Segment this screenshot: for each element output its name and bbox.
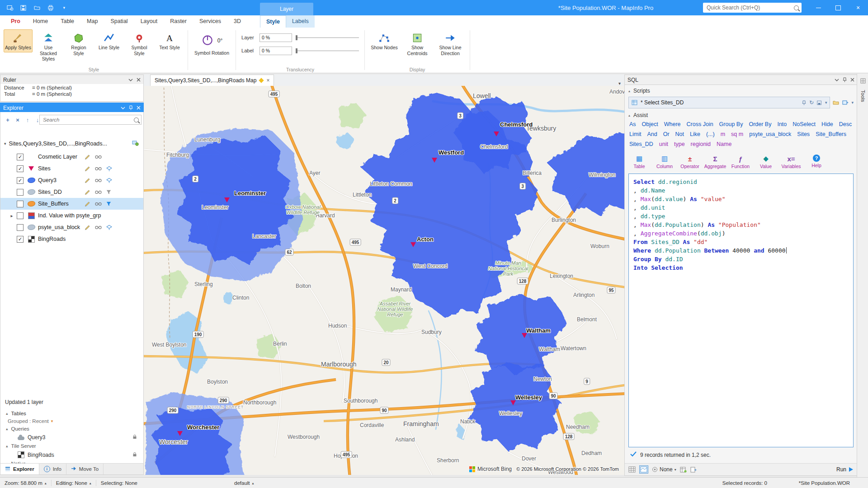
chevron-down-icon[interactable]: ▾ bbox=[851, 100, 854, 105]
layer-visibility-checkbox[interactable] bbox=[17, 201, 24, 207]
tab-home[interactable]: Home bbox=[27, 15, 54, 28]
label-translucency-slider[interactable] bbox=[296, 47, 359, 54]
line-style-button[interactable]: Line Style bbox=[94, 29, 123, 52]
move-up-icon[interactable]: ↑ bbox=[24, 117, 31, 123]
close-icon[interactable] bbox=[137, 106, 141, 110]
sql-editor[interactable]: Select dd.regionid, dd.Name, Max(dd.valu… bbox=[628, 174, 854, 447]
open-icon[interactable] bbox=[33, 4, 42, 12]
filter-active-icon[interactable] bbox=[106, 202, 111, 206]
view-icon[interactable] bbox=[95, 155, 102, 159]
edit-icon[interactable] bbox=[85, 154, 90, 160]
layer-visibility-checkbox[interactable] bbox=[17, 189, 24, 196]
layer-visibility-checkbox[interactable] bbox=[17, 212, 24, 219]
text-style-button[interactable]: A Text Style bbox=[155, 29, 184, 52]
assist-keyword[interactable]: And bbox=[647, 131, 657, 137]
layer-item-sites-dd[interactable]: Sites_DD bbox=[0, 186, 143, 198]
assist-keyword[interactable]: Object bbox=[642, 121, 658, 127]
symbol-style-button[interactable]: Symbol Style bbox=[125, 29, 154, 58]
view-icon[interactable] bbox=[95, 166, 102, 171]
assist-keyword[interactable]: Into bbox=[777, 121, 787, 127]
edit-icon[interactable] bbox=[85, 225, 90, 230]
close-button[interactable]: × bbox=[848, 0, 868, 15]
save-workspace-icon[interactable] bbox=[19, 4, 28, 12]
assist-keyword[interactable]: Cross Join bbox=[687, 121, 713, 127]
layer-item-query3[interactable]: ✓Query3 bbox=[0, 174, 143, 186]
tab-style[interactable]: Style bbox=[260, 15, 286, 28]
assist-keyword[interactable]: regionid bbox=[691, 141, 711, 147]
region-style-button[interactable]: Region Style bbox=[64, 29, 93, 58]
use-stacked-styles-button[interactable]: Use Stacked Styles bbox=[34, 29, 63, 64]
zoom-icon[interactable] bbox=[106, 166, 112, 172]
new-browser-button[interactable] bbox=[680, 467, 687, 473]
folder-icon[interactable] bbox=[833, 100, 840, 105]
map-view-button[interactable] bbox=[639, 465, 648, 474]
show-nodes-button[interactable]: Show Nodes bbox=[368, 29, 400, 52]
quick-search[interactable] bbox=[703, 3, 802, 13]
customize-qat-chevron-icon[interactable]: ▾ bbox=[60, 4, 69, 12]
map-svg[interactable] bbox=[144, 86, 624, 475]
chevron-down-icon[interactable] bbox=[128, 79, 133, 81]
rotation-value[interactable]: 0° bbox=[217, 38, 222, 44]
tab-spatial[interactable]: Spatial bbox=[104, 15, 134, 28]
quick-search-input[interactable] bbox=[706, 4, 791, 11]
tools-side-tab[interactable]: Tools bbox=[857, 74, 868, 477]
chevron-down-icon[interactable]: ▾ bbox=[825, 100, 827, 105]
filter-icon[interactable] bbox=[106, 190, 111, 195]
tab-pro[interactable]: Pro bbox=[5, 15, 27, 28]
add-layer-icon[interactable]: + bbox=[4, 117, 11, 123]
assist-keyword[interactable]: m bbox=[721, 131, 725, 137]
tab-layout[interactable]: Layout bbox=[134, 15, 164, 28]
search-icon[interactable] bbox=[794, 5, 799, 10]
assist-keyword[interactable]: Not bbox=[675, 131, 684, 137]
assist-keyword[interactable]: Like bbox=[690, 131, 700, 137]
assist-keyword[interactable]: Name bbox=[717, 141, 731, 147]
print-icon[interactable] bbox=[46, 4, 55, 12]
output-target-select[interactable]: None ▾ bbox=[652, 466, 676, 473]
assist-keyword[interactable]: NoSelect bbox=[793, 121, 816, 127]
browser-view-button[interactable] bbox=[628, 466, 636, 473]
pin-icon[interactable] bbox=[802, 100, 806, 105]
layer-item-psyte-usa-block[interactable]: psyte_usa_block bbox=[0, 221, 143, 233]
tab-map[interactable]: Map bbox=[80, 15, 104, 28]
tables-header[interactable]: ▴Tables bbox=[0, 409, 143, 418]
tab-raster[interactable]: Raster bbox=[164, 15, 193, 28]
maximize-button[interactable] bbox=[828, 0, 848, 15]
assist-keyword[interactable]: Site_Buffers bbox=[816, 131, 846, 137]
bottom-tab-explorer[interactable]: Explorer bbox=[0, 464, 39, 474]
tab-3d[interactable]: 3D bbox=[227, 15, 247, 28]
assist-keyword[interactable]: psyte_usa_block bbox=[749, 131, 791, 137]
layer-item-bingroads[interactable]: ✓BingRoads bbox=[0, 233, 143, 245]
pin-icon[interactable] bbox=[129, 105, 133, 110]
status-style[interactable]: default▴ bbox=[234, 480, 254, 486]
zoom-icon[interactable] bbox=[106, 225, 112, 230]
assist-keyword[interactable]: Limit bbox=[629, 131, 641, 137]
tab-list-chevron-icon[interactable]: ▾ bbox=[618, 81, 621, 86]
layer-translucency-slider[interactable] bbox=[296, 34, 359, 41]
load-script-icon[interactable] bbox=[842, 100, 849, 105]
assist-column-button[interactable]: ▥Column bbox=[654, 155, 675, 169]
view-icon[interactable] bbox=[95, 178, 102, 183]
layer-visibility-checkbox[interactable] bbox=[17, 224, 24, 231]
assist-aggregate-button[interactable]: ΣAggregate bbox=[704, 155, 726, 169]
assist-section-header[interactable]: ▴Assist bbox=[628, 112, 648, 118]
status-editing[interactable]: Editing: None▴ bbox=[52, 478, 96, 488]
tab-services[interactable]: Services bbox=[193, 15, 227, 28]
export-button[interactable] bbox=[690, 467, 697, 473]
close-tab-icon[interactable]: × bbox=[266, 77, 269, 84]
label-translucency-input[interactable]: 0 % bbox=[259, 47, 292, 55]
layer-visibility-checkbox[interactable]: ✓ bbox=[17, 236, 24, 243]
close-icon[interactable] bbox=[137, 78, 141, 82]
assist-keyword[interactable]: sq m bbox=[731, 131, 743, 137]
edit-icon[interactable] bbox=[85, 201, 90, 207]
close-icon[interactable] bbox=[850, 78, 854, 82]
bottom-tab-move-to[interactable]: Move To bbox=[66, 464, 104, 474]
remove-layer-icon[interactable]: × bbox=[14, 117, 21, 123]
assist-keyword[interactable]: unit bbox=[659, 141, 668, 147]
layer-visibility-checkbox[interactable]: ✓ bbox=[17, 177, 24, 184]
symbol-rotation-control[interactable]: 0° Symbol Rotation bbox=[192, 29, 232, 57]
assist-keyword[interactable]: Hide bbox=[821, 121, 833, 127]
assist-keyword[interactable]: type bbox=[674, 141, 685, 147]
assist-keyword[interactable]: Where bbox=[664, 121, 681, 127]
show-centroids-button[interactable]: Show Centroids bbox=[401, 29, 433, 58]
apply-styles-button[interactable]: Apply Styles bbox=[4, 29, 33, 52]
